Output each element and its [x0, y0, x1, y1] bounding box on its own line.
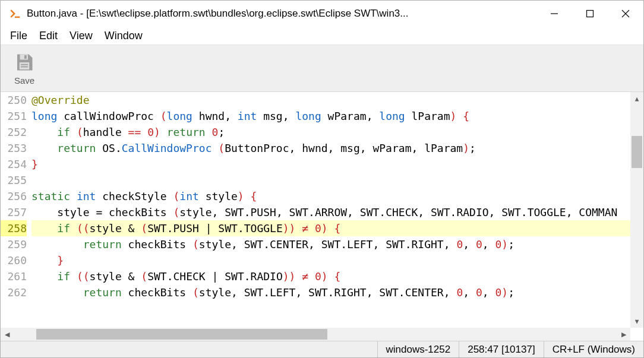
code-line[interactable]: @Override — [31, 92, 633, 108]
code-line[interactable]: } — [31, 156, 633, 172]
window-title: Button.java - [E:\swt\eclipse.platform.s… — [27, 8, 408, 20]
line-number[interactable]: 250 — [1, 92, 27, 108]
code-line[interactable]: if (handle == 0) return 0; — [31, 124, 633, 140]
code-line[interactable]: } — [31, 252, 633, 268]
save-button[interactable]: Save — [7, 47, 42, 89]
line-number[interactable]: 260 — [1, 252, 27, 268]
status-encoding[interactable]: windows-1252 — [377, 341, 459, 357]
code-line[interactable]: return OS.CallWindowProc (ButtonProc, hw… — [31, 140, 633, 156]
code-line[interactable] — [31, 172, 633, 188]
scroll-up-icon[interactable]: ▲ — [630, 92, 643, 105]
line-number[interactable]: 252 — [1, 124, 27, 140]
line-number[interactable]: 258 — [1, 220, 27, 236]
line-number[interactable]: 254 — [1, 156, 27, 172]
status-lineend[interactable]: CR+LF (Windows) — [544, 341, 643, 357]
app-icon — [9, 8, 21, 20]
menu-window[interactable]: Window — [99, 28, 149, 43]
code-line[interactable]: static int checkStyle (int style) { — [31, 188, 633, 204]
code-line[interactable]: long callWindowProc (long hwnd, int msg,… — [31, 108, 633, 124]
scroll-left-icon[interactable]: ◀ — [1, 328, 14, 341]
status-position[interactable]: 258:47 [10137] — [459, 341, 543, 357]
vertical-scrollbar[interactable]: ▲ ▼ — [630, 92, 643, 328]
menu-file[interactable]: File — [4, 28, 33, 43]
main-window: Button.java - [E:\swt\eclipse.platform.s… — [0, 0, 644, 358]
titlebar: Button.java - [E:\swt\eclipse.platform.s… — [1, 1, 643, 27]
status-spacer — [1, 341, 377, 357]
line-number[interactable]: 262 — [1, 284, 27, 300]
code-line[interactable]: return checkBits (style, SWT.LEFT, SWT.R… — [31, 284, 633, 300]
svg-rect-2 — [587, 11, 594, 17]
horizontal-scroll-thumb[interactable] — [36, 329, 327, 340]
maximize-button[interactable] — [572, 1, 608, 26]
editor-area: 250251252253254255256257258259260261262 … — [1, 92, 643, 341]
line-number[interactable]: 259 — [1, 236, 27, 252]
editor[interactable]: 250251252253254255256257258259260261262 … — [1, 92, 643, 328]
svg-rect-6 — [24, 55, 27, 59]
svg-rect-5 — [20, 54, 29, 59]
toolbar: Save — [1, 45, 643, 92]
line-number[interactable]: 257 — [1, 204, 27, 220]
minimize-button[interactable] — [536, 1, 572, 26]
hscroll-track[interactable] — [14, 328, 617, 341]
code-line[interactable]: return checkBits (style, SWT.CENTER, SWT… — [31, 236, 633, 252]
line-number[interactable]: 255 — [1, 172, 27, 188]
vertical-scroll-thumb[interactable] — [632, 136, 642, 168]
statusbar: windows-1252 258:47 [10137] CR+LF (Windo… — [1, 341, 643, 357]
code-line[interactable]: if ((style & (SWT.CHECK | SWT.RADIO)) ≠ … — [31, 268, 633, 284]
line-number[interactable]: 251 — [1, 108, 27, 124]
save-button-label: Save — [14, 75, 34, 85]
code-line[interactable]: style = checkBits (style, SWT.PUSH, SWT.… — [31, 204, 633, 220]
line-gutter[interactable]: 250251252253254255256257258259260261262 — [1, 92, 31, 328]
save-icon — [14, 52, 35, 73]
close-button[interactable] — [608, 1, 643, 26]
code-pane[interactable]: @Overridelong callWindowProc (long hwnd,… — [31, 92, 643, 328]
scroll-down-icon[interactable]: ▼ — [630, 315, 643, 328]
svg-rect-7 — [20, 62, 30, 69]
menubar: File Edit View Window — [1, 27, 643, 45]
horizontal-scrollbar[interactable]: ◀ ▶ — [1, 328, 630, 341]
window-controls — [536, 1, 643, 26]
menu-edit[interactable]: Edit — [33, 28, 64, 43]
scroll-right-icon[interactable]: ▶ — [617, 328, 630, 341]
line-number[interactable]: 253 — [1, 140, 27, 156]
menu-view[interactable]: View — [64, 28, 99, 43]
code-line[interactable]: if ((style & (SWT.PUSH | SWT.TOGGLE)) ≠ … — [31, 220, 633, 236]
line-number[interactable]: 261 — [1, 268, 27, 284]
line-number[interactable]: 256 — [1, 188, 27, 204]
